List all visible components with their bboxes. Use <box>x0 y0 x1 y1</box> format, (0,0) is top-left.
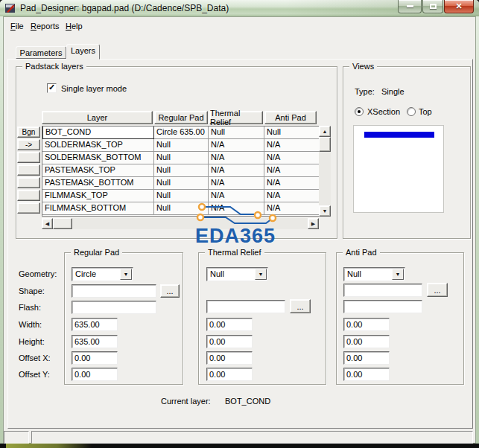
current-layer-label: Current layer: <box>161 397 211 406</box>
column-header-thermal-relief[interactable]: Thermal Relief <box>209 111 263 124</box>
cell-regular-pad[interactable]: Null <box>154 152 209 164</box>
thermal-relief-title: Thermal Relief <box>205 248 264 257</box>
regular-pad-offset-x-input[interactable] <box>72 351 118 365</box>
cell-layer[interactable]: PASTEMASK_BOTTOM <box>42 177 154 190</box>
cell-thermal-relief[interactable]: N/A <box>209 164 264 177</box>
dropdown-arrow-icon[interactable] <box>392 269 404 280</box>
single-layer-mode-checkbox[interactable] <box>47 83 57 93</box>
cell-thermal-relief[interactable]: N/A <box>209 139 264 152</box>
regular-pad-offset-y-input[interactable] <box>72 368 118 381</box>
cell-anti-pad[interactable]: Null <box>264 127 318 139</box>
cell-anti-pad[interactable]: N/A <box>264 152 318 164</box>
row-marker[interactable] <box>17 164 40 176</box>
anti-pad-offset-x-input[interactable] <box>343 351 390 365</box>
scroll-left-icon[interactable]: ◀ <box>42 218 53 229</box>
cell-thermal-relief[interactable]: N/A <box>209 177 264 190</box>
cell-anti-pad[interactable]: N/A <box>264 177 318 190</box>
maximize-icon <box>430 4 437 9</box>
view-type-label: Type: <box>355 87 375 96</box>
scroll-down-icon[interactable]: ▼ <box>319 205 331 217</box>
cell-anti-pad[interactable]: N/A <box>264 164 318 177</box>
thermal-relief-height-input[interactable] <box>206 335 253 348</box>
regular-pad-shape-input[interactable] <box>72 284 156 298</box>
height-label: Height: <box>19 337 45 346</box>
anti-pad-shape-input[interactable] <box>343 284 422 297</box>
regular-pad-shape-browse-button[interactable]: ... <box>160 284 180 298</box>
row-marker-bgn[interactable]: Bgn <box>17 127 40 138</box>
watermark-trace-graphic <box>190 200 284 227</box>
thermal-relief-flash-browse-button[interactable]: ... <box>290 299 311 313</box>
cell-thermal-relief[interactable]: Null <box>209 127 264 139</box>
thermal-relief-offset-y-input[interactable] <box>206 368 253 381</box>
cell-layer[interactable]: PASTEMASK_TOP <box>42 164 154 177</box>
dropdown-arrow-icon[interactable] <box>120 269 132 280</box>
cell-regular-pad[interactable]: Null <box>154 164 209 177</box>
table-row: SOLDERMASK_TOP Null N/A N/A <box>42 139 319 152</box>
cell-thermal-relief[interactable]: N/A <box>209 152 264 164</box>
row-marker[interactable] <box>17 190 40 201</box>
offset-x-label: Offset X: <box>19 353 51 362</box>
anti-pad-offset-y-input[interactable] <box>343 368 390 381</box>
cell-regular-pad[interactable]: Null <box>154 177 209 190</box>
anti-pad-height-input[interactable] <box>343 335 390 348</box>
titlebar[interactable]: Pad_Designer: bgapad.pad (D:/Cadence/SPB… <box>0 0 479 16</box>
cell-layer[interactable]: SOLDERMASK_BOTTOM <box>42 152 154 164</box>
preview-layer-bar <box>364 132 434 138</box>
anti-pad-width-input[interactable] <box>343 318 390 331</box>
regular-pad-geometry-dropdown[interactable]: Circle <box>72 267 133 281</box>
offset-y-label: Offset Y: <box>19 370 50 379</box>
cell-layer[interactable]: FILMMASK_BOTTOM <box>42 202 154 215</box>
close-button[interactable]: ✕ <box>444 0 474 13</box>
horizontal-scroll-thumb[interactable] <box>53 218 72 229</box>
scroll-right-icon[interactable]: ▶ <box>308 218 319 229</box>
anti-pad-shape-browse-button[interactable]: ... <box>427 283 448 297</box>
menu-help[interactable]: Help <box>63 21 85 31</box>
table-row: PASTEMASK_TOP Null N/A N/A <box>42 164 319 177</box>
cell-regular-pad[interactable]: Null <box>154 139 209 152</box>
column-header-anti-pad[interactable]: Anti Pad <box>264 111 317 124</box>
menu-file[interactable]: File <box>8 21 26 31</box>
regular-pad-flash-input[interactable] <box>72 301 156 314</box>
flash-label: Flash: <box>19 303 41 312</box>
anti-pad-geometry-dropdown[interactable]: Null <box>343 267 405 281</box>
cell-regular-pad[interactable]: Circle 635.00 <box>154 127 209 139</box>
minimize-button[interactable] <box>398 0 422 13</box>
window-title: Pad_Designer: bgapad.pad (D:/Cadence/SPB… <box>20 3 229 13</box>
cell-layer[interactable]: BOT_COND <box>42 126 154 139</box>
row-marker-arrow[interactable]: -> <box>17 139 40 150</box>
thermal-relief-offset-x-input[interactable] <box>206 351 253 365</box>
radio-top[interactable] <box>407 107 416 116</box>
column-header-regular-pad[interactable]: Regular Pad <box>154 111 208 124</box>
radio-xsection[interactable] <box>355 107 364 116</box>
current-layer-value: BOT_COND <box>225 397 270 406</box>
row-marker[interactable] <box>17 202 40 214</box>
row-marker[interactable] <box>17 177 40 188</box>
thermal-relief-flash-input[interactable] <box>206 300 285 313</box>
table-vertical-scrollbar[interactable]: ▲ ▼ <box>319 126 331 217</box>
regular-pad-height-input[interactable] <box>72 335 118 348</box>
padstack-layers-title: Padstack layers <box>22 62 86 71</box>
row-marker[interactable] <box>17 152 40 163</box>
pad-designer-window: Pad_Designer: bgapad.pad (D:/Cadence/SPB… <box>0 0 479 448</box>
anti-pad-flash-input[interactable] <box>343 300 422 313</box>
maximize-button[interactable] <box>422 0 443 13</box>
thermal-relief-width-input[interactable] <box>206 318 253 331</box>
width-label: Width: <box>19 320 42 329</box>
dropdown-arrow-icon[interactable] <box>255 269 267 280</box>
cell-layer[interactable]: FILMMASK_TOP <box>42 190 154 202</box>
scroll-up-icon[interactable]: ▲ <box>319 126 331 137</box>
cell-layer[interactable]: SOLDERMASK_TOP <box>42 139 154 152</box>
cell-anti-pad[interactable]: N/A <box>264 139 318 152</box>
menu-reports[interactable]: Reports <box>28 21 62 31</box>
table-row: SOLDERMASK_BOTTOM Null N/A N/A <box>42 152 319 164</box>
close-icon: ✕ <box>455 2 462 10</box>
thermal-relief-geometry-dropdown[interactable]: Null <box>206 267 268 281</box>
vertical-scroll-thumb[interactable] <box>319 137 331 152</box>
xsection-preview <box>353 125 444 213</box>
tab-parameters[interactable]: Parameters <box>16 46 66 59</box>
status-panel-message <box>31 431 473 444</box>
column-header-layer[interactable]: Layer <box>42 111 153 124</box>
tab-layers[interactable]: Layers <box>66 44 100 60</box>
table-row: BOT_COND Circle 635.00 Null Null <box>42 127 319 139</box>
regular-pad-width-input[interactable] <box>72 318 118 331</box>
